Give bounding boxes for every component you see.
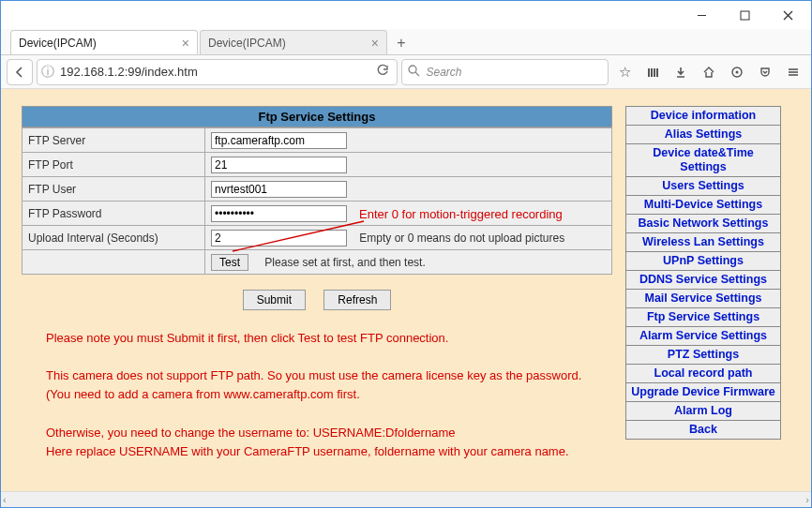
close-icon[interactable]: × bbox=[182, 36, 189, 51]
ftp-port-label: FTP Port bbox=[23, 153, 205, 177]
svg-rect-8 bbox=[654, 68, 655, 77]
sidebar-item-upgrade-device-firmware[interactable]: Upgrade Device Firmware bbox=[626, 383, 780, 402]
empty-label bbox=[23, 250, 205, 275]
new-tab-button[interactable]: + bbox=[389, 32, 414, 54]
sidebar-item-alarm-service-settings[interactable]: Alarm Service Settings bbox=[626, 327, 780, 346]
viewport[interactable]: Ftp Service Settings FTP Server FTP Port… bbox=[1, 89, 811, 491]
ftp-password-label: FTP Password bbox=[23, 202, 205, 226]
note-3: Otherwise, you need to change the userna… bbox=[46, 424, 607, 442]
svg-rect-9 bbox=[656, 68, 658, 77]
ftp-user-label: FTP User bbox=[23, 177, 205, 202]
note-2: This camera does not support FTP path. S… bbox=[46, 366, 607, 404]
ftp-server-input[interactable] bbox=[211, 132, 347, 149]
upload-interval-hint: Empty or 0 means do not upload pictures bbox=[359, 232, 564, 245]
svg-point-4 bbox=[409, 66, 416, 73]
ftp-password-input[interactable] bbox=[211, 205, 347, 222]
sidebar-item-ptz-settings[interactable]: PTZ Settings bbox=[626, 346, 780, 365]
svg-rect-1 bbox=[741, 11, 749, 20]
sidebar-item-basic-network-settings[interactable]: Basic Network Settings bbox=[626, 215, 780, 233]
upload-interval-label: Upload Interval (Seconds) bbox=[23, 226, 205, 250]
note-4: Here replace USERNAME with your CameraFT… bbox=[46, 442, 607, 461]
tab-title: Device(IPCAM) bbox=[208, 37, 286, 50]
url-box[interactable]: ⓘ bbox=[37, 59, 398, 85]
toolbar: ⓘ Search ☆ bbox=[1, 55, 811, 89]
sync-icon[interactable] bbox=[725, 60, 749, 84]
tab-title: Device(IPCAM) bbox=[19, 37, 97, 50]
url-input[interactable] bbox=[58, 64, 368, 80]
upload-interval-input[interactable] bbox=[211, 230, 347, 247]
sidebar: Device information Alias Settings Device… bbox=[625, 106, 781, 440]
sidebar-item-multi-device-settings[interactable]: Multi-Device Settings bbox=[626, 196, 780, 215]
sidebar-item-device-datetime-settings[interactable]: Device date&Time Settings bbox=[626, 144, 780, 177]
ftp-user-input[interactable] bbox=[211, 181, 347, 198]
test-hint: Please set at first, and then test. bbox=[264, 256, 425, 269]
sidebar-item-ddns-service-settings[interactable]: DDNS Service Settings bbox=[626, 271, 780, 290]
sidebar-item-upnp-settings[interactable]: UPnP Settings bbox=[626, 252, 780, 271]
svg-point-11 bbox=[736, 70, 739, 73]
pocket-icon[interactable] bbox=[753, 60, 777, 84]
notes: Please note you must Submit it first, th… bbox=[22, 316, 612, 461]
tab-strip: Device(IPCAM) × Device(IPCAM) × + bbox=[1, 29, 811, 55]
sidebar-item-local-record-path[interactable]: Local record path bbox=[626, 365, 780, 383]
page-body: Ftp Service Settings FTP Server FTP Port… bbox=[1, 89, 811, 491]
note-1: Please note you must Submit it first, th… bbox=[46, 329, 607, 348]
search-placeholder: Search bbox=[426, 66, 461, 79]
browser-window: Device(IPCAM) × Device(IPCAM) × + ⓘ Sear… bbox=[0, 0, 812, 508]
button-row: Submit Refresh bbox=[22, 275, 612, 316]
sidebar-item-back[interactable]: Back bbox=[626, 421, 780, 439]
svg-rect-7 bbox=[651, 68, 653, 77]
sidebar-item-alias-settings[interactable]: Alias Settings bbox=[626, 126, 780, 144]
page-title: Ftp Service Settings bbox=[22, 106, 612, 127]
sidebar-item-alarm-log[interactable]: Alarm Log bbox=[626, 402, 780, 421]
main-panel: Ftp Service Settings FTP Server FTP Port… bbox=[22, 106, 612, 461]
sidebar-item-wireless-lan-settings[interactable]: Wireless Lan Settings bbox=[626, 233, 780, 252]
search-icon bbox=[408, 65, 420, 80]
submit-button[interactable]: Submit bbox=[243, 290, 306, 310]
sidebar-item-device-information[interactable]: Device information bbox=[626, 107, 780, 126]
library-icon[interactable] bbox=[640, 60, 665, 84]
svg-line-5 bbox=[415, 72, 419, 76]
close-button[interactable] bbox=[766, 2, 809, 28]
ftp-port-input[interactable] bbox=[211, 157, 347, 173]
back-button[interactable] bbox=[7, 59, 33, 85]
scroll-right-icon[interactable]: › bbox=[805, 494, 809, 505]
scroll-left-icon[interactable]: ‹ bbox=[3, 494, 7, 505]
sidebar-item-ftp-service-settings[interactable]: Ftp Service Settings bbox=[626, 308, 780, 327]
test-button[interactable]: Test bbox=[211, 254, 248, 271]
sidebar-item-mail-service-settings[interactable]: Mail Service Settings bbox=[626, 290, 780, 308]
svg-rect-6 bbox=[648, 68, 650, 77]
downloads-icon[interactable] bbox=[669, 60, 693, 84]
home-icon[interactable] bbox=[697, 60, 721, 84]
horizontal-scrollbar[interactable]: ‹ › bbox=[1, 491, 811, 507]
search-box[interactable]: Search bbox=[401, 59, 609, 85]
maximize-button[interactable] bbox=[723, 2, 766, 28]
ftp-server-label: FTP Server bbox=[23, 128, 205, 153]
refresh-button[interactable]: Refresh bbox=[323, 290, 391, 310]
settings-table: FTP Server FTP Port FTP User FTP Passwor… bbox=[22, 127, 612, 275]
reload-icon[interactable] bbox=[372, 64, 393, 80]
close-icon[interactable]: × bbox=[371, 36, 379, 51]
info-icon[interactable]: ⓘ bbox=[41, 64, 54, 81]
tab-1[interactable]: Device(IPCAM) × bbox=[10, 30, 198, 54]
bookmark-icon[interactable]: ☆ bbox=[612, 60, 637, 84]
window-titlebar bbox=[1, 1, 811, 29]
tab-2[interactable]: Device(IPCAM) × bbox=[200, 30, 387, 54]
menu-icon[interactable] bbox=[781, 60, 805, 84]
sidebar-item-users-settings[interactable]: Users Settings bbox=[626, 177, 780, 196]
minimize-button[interactable] bbox=[680, 2, 723, 28]
